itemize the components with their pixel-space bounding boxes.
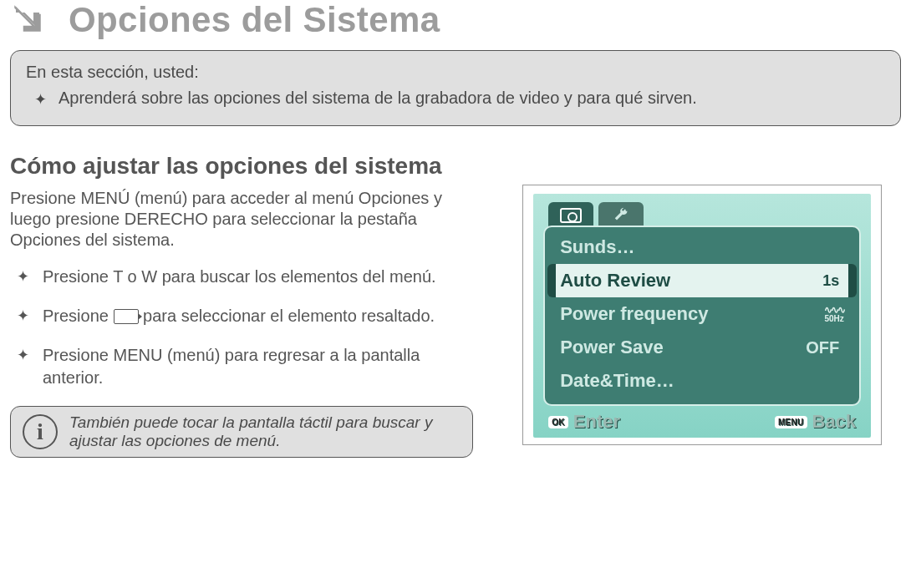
step-item: ✦ Presione para seleccionar el elemento … [10, 305, 473, 327]
step-item: ✦ Presione T o W para buscar los element… [10, 266, 473, 288]
menu-row-auto-review: Auto Review 1s [552, 264, 852, 297]
arrow-down-right-icon [10, 1, 45, 39]
lcd-screen: Sunds… Auto Review 1s Power frequency ∿∿… [533, 194, 871, 438]
enter-label: Enter [573, 411, 620, 433]
step-text: Presione para seleccionar el elemento re… [43, 305, 473, 327]
menu-row-power-freq: Power frequency ∿∿∿ 50Hz [552, 297, 852, 331]
menu-pill: MENU [775, 416, 807, 428]
record-button-icon [114, 309, 139, 324]
lcd-illustration: Sunds… Auto Review 1s Power frequency ∿∿… [503, 153, 901, 445]
lead-paragraph: Presione MENÚ (menú) para acceder al men… [10, 188, 473, 251]
footer-enter: OK Enter [548, 411, 620, 433]
back-label: Back [812, 411, 857, 433]
star-bullet-icon: ✦ [34, 89, 47, 110]
star-bullet-icon: ✦ [17, 344, 29, 366]
steps-list: ✦ Presione T o W para buscar los element… [10, 266, 473, 389]
menu-panel: Sunds… Auto Review 1s Power frequency ∿∿… [543, 226, 861, 406]
step-text: Presione T o W para buscar los elementos… [43, 266, 473, 288]
menu-footer: OK Enter MENU Back [543, 406, 861, 433]
menu-label: Auto Review [560, 270, 670, 291]
section-heading: Cómo ajustar las opciones del sistema [10, 153, 473, 180]
menu-row-sounds: Sunds… [552, 231, 852, 264]
page-header: Opciones del Sistema [10, 0, 901, 40]
info-icon: i [23, 414, 58, 449]
menu-value-text: 1s [822, 272, 839, 290]
lcd-frame: Sunds… Auto Review 1s Power frequency ∿∿… [522, 185, 882, 445]
menu-label: Power frequency [560, 303, 708, 325]
lcd-tabs [543, 200, 861, 229]
step-text-a: Presione [43, 307, 109, 325]
intro-item-text: Aprenderá sobre las opciones del sistema… [59, 89, 697, 108]
left-column: Cómo ajustar las opciones del sistema Pr… [10, 153, 473, 458]
main-content: Cómo ajustar las opciones del sistema Pr… [10, 153, 901, 458]
star-bullet-icon: ✦ [17, 266, 29, 287]
step-text: Presione MENU (menú) para regresar a la … [43, 344, 473, 389]
menu-label: Date&Time… [560, 370, 674, 392]
page-title: Opciones del Sistema [69, 0, 440, 40]
step-text-b: para seleccionar el elemento resaltado. [143, 307, 435, 325]
footer-back: MENU Back [775, 411, 856, 433]
menu-row-date-time: Date&Time… [552, 364, 852, 398]
intro-lead: En esta sección, usted: [26, 63, 885, 82]
menu-row-power-save: Power Save OFF [552, 331, 852, 364]
intro-item: ✦ Aprenderá sobre las opciones del siste… [26, 89, 885, 110]
menu-value: OFF [806, 338, 844, 357]
tip-text: También puede tocar la pantalla táctil p… [69, 413, 461, 450]
tip-box: i También puede tocar la pantalla táctil… [10, 406, 473, 458]
menu-label: Power Save [560, 337, 664, 358]
menu-value: ∿∿∿ 50Hz [824, 305, 844, 323]
ok-pill: OK [548, 416, 568, 428]
step-item: ✦ Presione MENU (menú) para regresar a l… [10, 344, 473, 389]
intro-box: En esta sección, usted: ✦ Aprenderá sobr… [10, 50, 901, 126]
menu-value-text: 50Hz [824, 315, 843, 323]
menu-value: 1s [817, 271, 844, 291]
star-bullet-icon: ✦ [17, 305, 29, 327]
menu-label: Sunds… [560, 236, 634, 258]
